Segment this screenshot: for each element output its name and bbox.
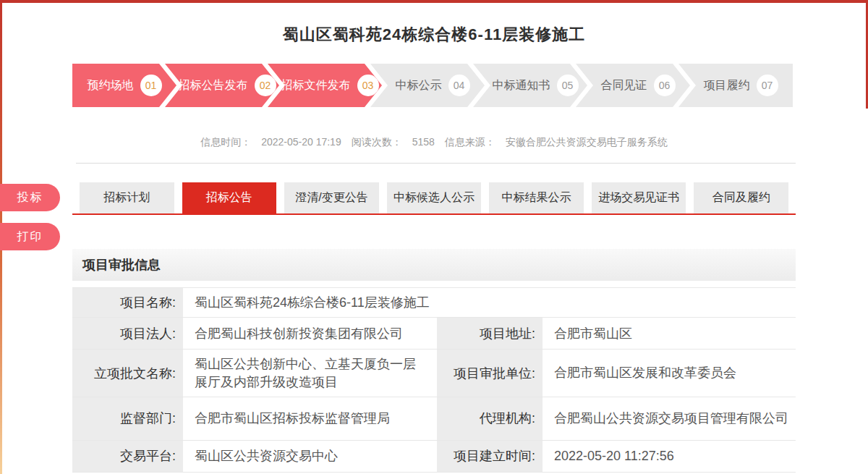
step-tender-documents[interactable]: 招标文件发布 03 [268, 64, 382, 107]
step-project-performance[interactable]: 项目履约 07 [678, 64, 793, 107]
tab-contract-performance[interactable]: 合同及履约 [694, 182, 788, 213]
project-approval-table: 项目名称: 蜀山区蜀科苑24栋综合楼6-11层装修施工 项目法人: 合肥蜀山科技… [72, 287, 796, 473]
page-title: 蜀山区蜀科苑24栋综合楼6-11层装修施工 [0, 24, 868, 46]
table-row: 立项批文名称: 蜀山区公共创新中心、立基天厦负一层展厅及内部升级改造项目 项目审… [72, 350, 796, 397]
info-time-value: 2022-05-20 17:19 [261, 136, 341, 149]
field-label-approval-doc-name: 立项批文名称: [72, 350, 184, 397]
field-value-agency: 合肥蜀山公共资源交易项目管理有限公司 [544, 397, 796, 440]
tab-clarification-change[interactable]: 澄清/变更公告 [284, 182, 379, 213]
field-label-agency: 代理机构: [435, 397, 544, 440]
step-number-badge: 04 [448, 75, 470, 96]
field-value-trading-platform: 蜀山区公共资源交易中心 [184, 441, 435, 472]
field-value-project-name: 蜀山区蜀科苑24栋综合楼6-11层装修施工 [184, 288, 796, 317]
step-winner-publicity[interactable]: 中标公示 04 [370, 64, 485, 107]
section-title-project-approval: 项目审批信息 [72, 249, 796, 281]
step-label: 项目履约 [704, 78, 750, 93]
tab-tender-plan[interactable]: 招标计划 [80, 182, 174, 213]
tab-bar-underline [72, 213, 796, 215]
step-number-badge: 02 [255, 75, 276, 96]
field-label-approval-unit: 项目审批单位: [435, 350, 544, 397]
horizontal-divider [76, 163, 796, 164]
step-label: 招标文件发布 [281, 78, 351, 93]
step-number-badge: 07 [757, 75, 778, 96]
step-label: 招标公告发布 [179, 78, 248, 93]
tab-entry-certificate[interactable]: 进场交易见证书 [592, 182, 686, 213]
step-number-badge: 05 [557, 75, 579, 96]
step-winner-notice[interactable]: 中标通知书 05 [473, 64, 587, 107]
top-accent-border [0, 0, 868, 3]
step-number-badge: 03 [357, 75, 379, 96]
step-reserve-venue[interactable]: 预约场地 01 [72, 64, 176, 107]
info-time-label: 信息时间： [200, 136, 251, 149]
step-label: 中标公示 [396, 78, 442, 93]
info-source-value: 安徽合肥公共资源交易电子服务系统 [506, 136, 668, 149]
tab-result-publicity[interactable]: 中标结果公示 [489, 182, 584, 213]
field-value-project-address: 合肥市蜀山区 [544, 318, 796, 349]
tab-candidate-publicity[interactable]: 中标候选人公示 [387, 182, 482, 213]
field-label-trading-platform: 交易平台: [72, 441, 184, 472]
table-row: 交易平台: 蜀山区公共资源交易中心 项目建立时间: 2022-05-20 11:… [72, 441, 796, 473]
tab-bar: 招标计划 招标公告 澄清/变更公告 中标候选人公示 中标结果公示 进场交易见证书… [80, 182, 788, 213]
info-source-label: 信息来源： [445, 136, 495, 149]
progress-steps: 预约场地 01 招标公告发布 02 招标文件发布 03 中标公示 04 中标通知… [72, 64, 793, 107]
field-label-supervision-dept: 监督部门: [72, 397, 184, 440]
field-value-approval-unit: 合肥市蜀山区发展和改革委员会 [544, 350, 796, 397]
step-contract-witness[interactable]: 合同见证 06 [576, 64, 690, 107]
field-value-supervision-dept: 合肥市蜀山区招标投标监督管理局 [184, 397, 435, 440]
tab-tender-announcement[interactable]: 招标公告 [182, 182, 277, 213]
info-views-label: 阅读次数： [352, 136, 402, 149]
field-label-legal-person: 项目法人: [72, 318, 184, 349]
step-tender-announcement[interactable]: 招标公告发布 02 [165, 64, 279, 107]
field-value-approval-doc-name: 蜀山区公共创新中心、立基天厦负一层展厅及内部升级改造项目 [184, 350, 435, 397]
field-label-project-name: 项目名称: [72, 288, 184, 317]
step-number-badge: 01 [140, 75, 162, 96]
table-row: 监督部门: 合肥市蜀山区招标投标监督管理局 代理机构: 合肥蜀山公共资源交易项目… [72, 397, 796, 441]
print-button[interactable]: 打印 [0, 223, 60, 250]
step-label: 预约场地 [88, 78, 134, 93]
step-label: 合同见证 [601, 78, 647, 93]
table-row: 项目法人: 合肥蜀山科技创新投资集团有限公司 项目地址: 合肥市蜀山区 [72, 318, 796, 350]
field-label-project-create-time: 项目建立时间: [435, 441, 544, 472]
meta-info-bar: 信息时间： 2022-05-20 17:19 阅读次数： 5158 信息来源： … [0, 136, 868, 149]
field-label-project-address: 项目地址: [435, 318, 544, 349]
info-views-value: 5158 [412, 136, 435, 149]
field-value-legal-person: 合肥蜀山科技创新投资集团有限公司 [184, 318, 435, 349]
page: 蜀山区蜀科苑24栋综合楼6-11层装修施工 预约场地 01 招标公告发布 02 … [0, 0, 868, 474]
field-value-project-create-time: 2022-05-20 11:27:56 [544, 441, 796, 472]
table-row: 项目名称: 蜀山区蜀科苑24栋综合楼6-11层装修施工 [72, 287, 796, 318]
step-number-badge: 06 [654, 75, 676, 96]
bid-button[interactable]: 投标 [0, 184, 60, 211]
step-label: 中标通知书 [493, 78, 550, 93]
